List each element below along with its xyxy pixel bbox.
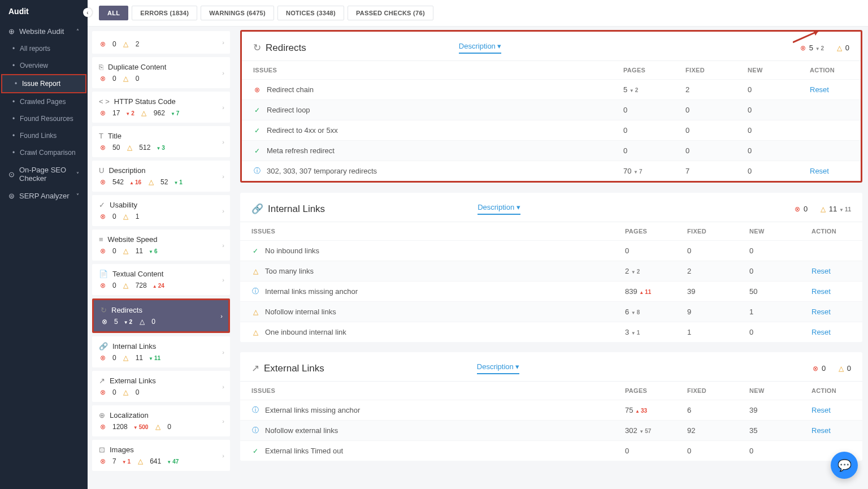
issue-category-card[interactable]: ⊡Images⊗71△64147› [92, 440, 230, 471]
issue-category-card[interactable]: ⊗0△2› [92, 31, 230, 54]
reset-link[interactable]: Reset [810, 85, 829, 94]
panel-err-count: 5 [809, 44, 813, 52]
warn-icon: △ [122, 40, 130, 48]
error-icon: ⊗ [99, 109, 107, 117]
issue-row[interactable]: ✓External links Timed out 0 0 0 [240, 441, 862, 461]
panel-err-count: 0 [804, 205, 808, 213]
sidebar-item[interactable]: Overview [0, 57, 88, 74]
sidebar-item[interactable]: Found Resources [0, 110, 88, 127]
description-toggle[interactable]: Description ▾ [459, 42, 502, 54]
issue-category-card[interactable]: ✓Usability⊗0△1› [92, 195, 230, 226]
description-toggle[interactable]: Description ▾ [477, 362, 520, 374]
issue-row[interactable]: ⓘExternal links missing anchor 75 33 6 3… [240, 400, 862, 421]
reset-link[interactable]: Reset [811, 267, 831, 275]
sidebar-item[interactable]: Issue Report [1, 74, 86, 93]
fixed-cell: 39 [676, 282, 738, 302]
reset-link[interactable]: Reset [811, 328, 831, 336]
col-fixed: FIXED [676, 222, 738, 241]
pages-cell: 3 1 [614, 322, 676, 343]
category-icon: ≡ [99, 235, 103, 244]
issue-row[interactable]: ✓No inbound links 0 0 0 [240, 241, 862, 261]
filter-tab[interactable]: NOTICES (3348) [277, 6, 344, 20]
fixed-cell: 0 [676, 441, 738, 461]
issue-category-card[interactable]: ↗External Links⊗0△0› [92, 371, 230, 402]
fixed-cell: 92 [676, 421, 738, 441]
warn-icon: △ [819, 205, 827, 213]
warn-icon: △ [122, 354, 130, 362]
issue-row[interactable]: △Too many links 2 2 2 0 Reset [240, 261, 862, 282]
filter-tab[interactable]: WARNINGS (6475) [201, 6, 274, 20]
sidebar-section[interactable]: ⊙On-Page SEO Checker˅ [0, 161, 88, 187]
issue-row[interactable]: ✓Meta refresh redirect 0 0 0 [242, 141, 861, 161]
warn-count: 962 [154, 109, 165, 117]
row-status-icon: ⓘ [251, 288, 259, 296]
issue-category-card[interactable]: ⎘Duplicate Content⊗0△0› [92, 57, 230, 88]
warn-delta: 7 [171, 110, 179, 116]
issue-row[interactable]: ⓘ302, 303, 307 temporary redirects 70 7 … [242, 161, 861, 181]
category-title: Internal Links [112, 342, 156, 350]
filter-tabs: ALLERRORS (1834)WARNINGS (6475)NOTICES (… [88, 0, 868, 27]
filter-tab[interactable]: PASSED CHECKS (76) [348, 6, 433, 20]
panel-warn-delta: 11 [839, 206, 851, 213]
col-issues: ISSUES [240, 222, 614, 241]
warn-icon: △ [125, 144, 133, 152]
issue-category-card[interactable]: ≡Website Speed⊗0△116› [92, 230, 230, 261]
issue-row[interactable]: ✓Redirect loop 0 0 0 [242, 100, 861, 120]
warn-count: 0 [136, 388, 140, 396]
chevron-right-icon: › [222, 70, 224, 76]
section-label: Website Audit [19, 27, 64, 36]
sidebar-item[interactable]: Crawled Pages [0, 93, 88, 110]
sidebar-item[interactable]: Found Links [0, 127, 88, 144]
chat-fab[interactable]: 💬 [831, 452, 858, 479]
issue-category-card[interactable]: 📄Textual Content⊗0△72824› [92, 264, 230, 295]
issue-category-card[interactable]: UDescription⊗54216△521› [92, 161, 230, 192]
issue-row[interactable]: △Nofollow internal links 6 8 9 1 Reset [240, 302, 862, 322]
warn-delta: 3 [156, 145, 164, 151]
new-cell: 0 [738, 261, 800, 282]
issue-category-card[interactable]: < >HTTP Status Code⊗172△9627› [92, 92, 230, 123]
issue-panel: ↻Redirects Description ▾ ⊗ 5 2△ 0 ISSUES… [240, 30, 862, 183]
reset-link[interactable]: Reset [811, 426, 831, 435]
issue-panel: ↗External Links Description ▾ ⊗ 0△ 0 ISS… [240, 352, 862, 461]
issue-category-card[interactable]: ↻Redirects⊗52△0› [92, 298, 230, 333]
issue-row[interactable]: ⊗Redirect chain 5 2 2 0 Reset [242, 80, 861, 100]
row-status-icon: △ [251, 267, 259, 275]
reset-link[interactable]: Reset [811, 406, 831, 414]
filter-tab[interactable]: ALL [99, 6, 128, 20]
category-icon: 📄 [99, 270, 108, 278]
warn-count: 0 [151, 318, 155, 326]
filter-tab[interactable]: ERRORS (1834) [132, 6, 197, 20]
fixed-cell: 9 [676, 302, 738, 322]
issue-row[interactable]: ✓Redirect to 4xx or 5xx 0 0 0 [242, 120, 861, 141]
issue-name: Redirect loop [267, 106, 310, 114]
issue-name: Nofollow internal links [265, 308, 336, 316]
issue-row[interactable]: ⓘInternal links missing anchor 839 11 39… [240, 282, 862, 302]
description-toggle[interactable]: Description ▾ [478, 203, 520, 215]
chevron-right-icon: › [222, 139, 224, 145]
reset-link[interactable]: Reset [811, 308, 831, 316]
pages-cell: 0 [614, 241, 676, 261]
sidebar-section[interactable]: ⊜SERP Analyzer˅ [0, 187, 88, 205]
issue-name: External links Timed out [265, 447, 343, 455]
error-count: 0 [112, 213, 116, 220]
sidebar-collapse-icon[interactable]: ‹ [83, 8, 92, 17]
pages-delta: 11 [639, 289, 651, 295]
issue-category-card[interactable]: TTitle⊗50△5123› [92, 126, 230, 157]
sidebar-item[interactable]: Crawl Comparison [0, 144, 88, 161]
issue-row[interactable]: ⓘNofollow external links 302 57 92 35 Re… [240, 421, 862, 441]
sidebar-item[interactable]: All reports [0, 40, 88, 57]
issue-category-card[interactable]: 🔗Internal Links⊗0△1111› [92, 336, 230, 367]
panel-icon: 🔗 [251, 203, 263, 215]
sidebar-section[interactable]: ⊕Website Audit˄ [0, 23, 88, 40]
issue-row[interactable]: △One inbound internal link 3 1 1 0 Reset [240, 322, 862, 343]
chevron-right-icon: › [222, 173, 224, 180]
row-status-icon: ⊗ [253, 86, 261, 94]
category-icon: ↻ [101, 306, 107, 314]
error-count: 542 [112, 178, 124, 186]
section-label: On-Page SEO Checker [19, 166, 72, 183]
reset-link[interactable]: Reset [811, 287, 831, 296]
issue-category-card[interactable]: ⊕Localization⊗1208500△0› [92, 405, 230, 436]
reset-link[interactable]: Reset [810, 167, 829, 175]
warn-icon: △ [147, 178, 155, 186]
section-icon: ⊕ [8, 27, 15, 36]
